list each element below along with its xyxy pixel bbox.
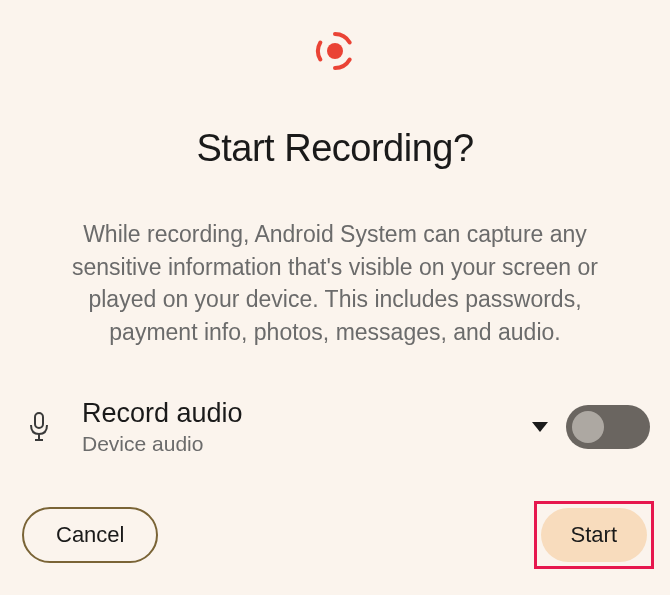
cancel-button[interactable]: Cancel	[22, 507, 158, 563]
audio-option-title: Record audio	[82, 399, 532, 429]
svg-rect-1	[35, 413, 43, 428]
svg-point-0	[327, 43, 343, 59]
record-icon	[314, 30, 356, 72]
record-audio-toggle[interactable]	[566, 405, 650, 449]
start-button-highlight: Start	[534, 501, 654, 569]
chevron-down-icon[interactable]	[532, 418, 548, 436]
dialog-body-text: While recording, Android System can capt…	[0, 218, 670, 349]
audio-labels: Record audio Device audio	[82, 399, 532, 457]
start-button[interactable]: Start	[541, 508, 647, 562]
audio-option-subtitle: Device audio	[82, 432, 532, 456]
header-icon-area	[0, 0, 670, 72]
record-audio-row[interactable]: Record audio Device audio	[0, 399, 670, 457]
toggle-thumb	[572, 411, 604, 443]
dialog-title: Start Recording?	[0, 127, 670, 170]
dialog-buttons: Cancel Start	[0, 501, 670, 569]
microphone-icon	[24, 412, 54, 442]
